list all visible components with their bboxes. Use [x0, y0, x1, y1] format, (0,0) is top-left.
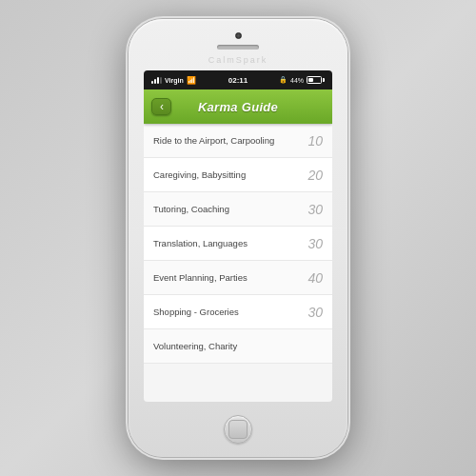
- signal-bar-4: [160, 77, 162, 84]
- item-score: 30: [307, 202, 323, 217]
- list-item[interactable]: Shopping - Groceries30: [144, 295, 332, 329]
- phone-frame: CalmSpark Virgin 📶 02:11 🔒 44%: [129, 19, 347, 457]
- back-button[interactable]: [151, 98, 171, 115]
- lock-icon: 🔒: [279, 76, 288, 84]
- battery-icon: [307, 76, 325, 84]
- signal-bar-1: [151, 81, 153, 84]
- signal-bar-2: [154, 79, 156, 84]
- item-score: 30: [307, 236, 323, 251]
- item-label: Volunteering, Charity: [153, 341, 237, 351]
- time-display: 02:11: [228, 76, 248, 85]
- item-label: Event Planning, Parties: [153, 272, 248, 283]
- nav-title: Karma Guide: [198, 100, 278, 114]
- nav-bar: Karma Guide: [144, 89, 332, 124]
- wifi-icon: 📶: [187, 76, 196, 85]
- item-label: Tutoring, Coaching: [153, 204, 229, 214]
- status-left: Virgin 📶: [151, 76, 196, 85]
- battery-tip: [323, 78, 325, 82]
- speaker: [217, 45, 259, 50]
- battery-label: 44%: [290, 77, 304, 84]
- item-label: Ride to the Airport, Carpooling: [153, 135, 274, 146]
- signal-bar-3: [157, 77, 159, 84]
- list-item[interactable]: Volunteering, Charity: [144, 329, 332, 364]
- item-label: Translation, Languages: [153, 238, 248, 248]
- karma-list: Ride to the Airport, Carpooling10Caregiv…: [144, 124, 332, 402]
- status-right: 🔒 44%: [279, 76, 325, 84]
- list-item[interactable]: Caregiving, Babysitting20: [144, 158, 332, 192]
- phone-top: CalmSpark: [129, 19, 347, 70]
- phone-bottom: [129, 406, 347, 457]
- status-bar: Virgin 📶 02:11 🔒 44%: [144, 70, 332, 89]
- brand-text: CalmSpark: [208, 55, 268, 65]
- item-score: 40: [307, 270, 323, 286]
- camera: [235, 32, 242, 39]
- item-score: 30: [307, 305, 323, 320]
- list-item[interactable]: Tutoring, Coaching30: [144, 192, 332, 227]
- item-label: Shopping - Groceries: [153, 307, 239, 317]
- home-button-inner: [228, 420, 248, 439]
- battery-fill: [308, 78, 313, 82]
- carrier-label: Virgin: [165, 77, 184, 84]
- item-score: 20: [307, 168, 323, 183]
- list-item[interactable]: Event Planning, Parties40: [144, 261, 332, 295]
- item-label: Caregiving, Babysitting: [153, 169, 246, 180]
- item-score: 10: [307, 133, 323, 149]
- home-button[interactable]: [224, 415, 252, 444]
- signal-bars: [151, 77, 162, 84]
- battery-body: [307, 76, 322, 84]
- screen: Virgin 📶 02:11 🔒 44% Karma Guide: [144, 70, 332, 402]
- list-item[interactable]: Ride to the Airport, Carpooling10: [144, 124, 332, 158]
- list-item[interactable]: Translation, Languages30: [144, 227, 332, 261]
